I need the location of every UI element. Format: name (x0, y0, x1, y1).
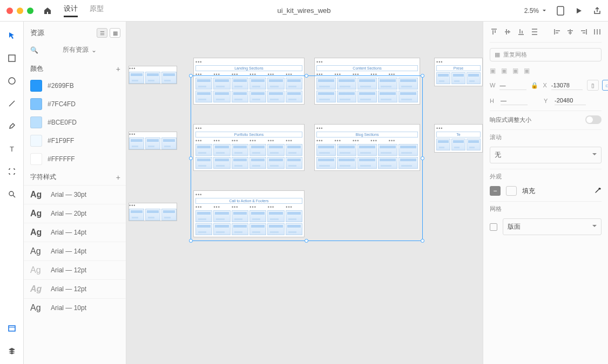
share-icon[interactable] (593, 6, 602, 15)
bool-exclude-icon[interactable]: ▣ (524, 67, 530, 74)
svg-rect-26 (569, 32, 572, 33)
design-canvas[interactable]: ••• ••• ••• ••• Landing Sections ••• •••… (126, 22, 483, 364)
resize-handle[interactable] (189, 239, 193, 243)
svg-rect-31 (597, 29, 598, 35)
landscape-icon[interactable]: ▭ (602, 80, 608, 91)
width-input[interactable] (499, 81, 526, 90)
svg-rect-19 (532, 31, 537, 32)
char-style-row[interactable]: AgArial — 14pt (24, 242, 126, 260)
close-window-button[interactable] (6, 8, 13, 14)
artboard-tool[interactable] (6, 166, 17, 177)
height-input[interactable] (501, 96, 528, 105)
resize-handle[interactable] (305, 239, 308, 243)
char-style-row[interactable]: AgArial — 12pt (24, 260, 126, 279)
tab-design[interactable]: 设计 (64, 4, 78, 17)
maximize-window-button[interactable] (27, 8, 33, 14)
svg-rect-14 (508, 30, 509, 33)
titlebar: 设计 原型 ui_kit_wires_web 2.5% (0, 0, 608, 22)
resize-handle[interactable] (189, 156, 193, 160)
align-vcenter-icon[interactable] (503, 27, 512, 37)
selection-bounds[interactable] (191, 75, 423, 241)
assets-panel-toggle[interactable] (6, 323, 17, 334)
fill-enabled-indicator[interactable]: − (490, 186, 501, 196)
colors-section-header[interactable]: 颜色 + (24, 60, 126, 77)
char-style-row[interactable]: AgArial — 30pt (24, 185, 126, 204)
mode-tabs: 设计 原型 (64, 4, 104, 17)
char-style-row[interactable]: AgArial — 14pt (24, 223, 126, 242)
scroll-dropdown[interactable]: 无 (490, 147, 602, 163)
fill-label: 填充 (522, 187, 535, 196)
responsive-toggle[interactable] (585, 115, 602, 124)
repeat-grid-button[interactable]: ▦ 重复网格 (490, 48, 602, 61)
tab-prototype[interactable]: 原型 (90, 4, 104, 17)
home-icon[interactable] (43, 6, 52, 15)
font-glyph: Ag (30, 228, 45, 237)
color-swatch-row[interactable]: #BCE0FD (24, 113, 126, 132)
y-input[interactable] (555, 96, 586, 105)
resize-handle[interactable] (421, 74, 424, 78)
distribute-h-icon[interactable] (592, 27, 602, 37)
bool-subtract-icon[interactable]: ▣ (501, 67, 507, 74)
svg-point-5 (9, 191, 13, 196)
device-preview-icon[interactable] (556, 6, 565, 15)
layers-panel-toggle[interactable] (6, 346, 17, 356)
grid-checkbox[interactable] (490, 223, 497, 231)
svg-rect-22 (556, 30, 560, 31)
resize-handle[interactable] (421, 156, 424, 160)
bool-union-icon[interactable]: ▣ (490, 67, 496, 74)
grid-view-icon[interactable]: ▦ (110, 28, 120, 38)
font-glyph: Ag (30, 190, 45, 200)
align-hcenter-icon[interactable] (566, 27, 575, 37)
text-tool[interactable]: T (6, 143, 17, 154)
scroll-section-label: 滚动 (490, 129, 602, 141)
swatch-icon (30, 135, 42, 147)
color-swatch-row[interactable]: #FFFFFF (24, 150, 126, 168)
svg-rect-23 (556, 32, 558, 33)
list-view-icon[interactable]: ☰ (97, 28, 107, 38)
x-input[interactable] (551, 81, 583, 90)
ellipse-tool[interactable] (6, 75, 17, 86)
select-tool[interactable] (6, 30, 17, 41)
add-color-button[interactable]: + (116, 65, 120, 73)
distribute-v-icon[interactable] (530, 27, 539, 37)
zoom-control[interactable]: 2.5% (524, 7, 546, 15)
minimize-window-button[interactable] (17, 8, 23, 14)
zoom-tool[interactable] (6, 189, 17, 200)
pen-tool[interactable] (6, 121, 17, 132)
add-style-button[interactable]: + (116, 173, 120, 182)
line-tool[interactable] (6, 98, 17, 109)
bool-intersect-icon[interactable]: ▣ (512, 67, 518, 74)
color-swatch-row[interactable]: #2699FB (24, 77, 126, 95)
resize-handle[interactable] (421, 239, 424, 243)
fill-swatch[interactable] (506, 186, 517, 196)
svg-point-2 (9, 78, 15, 84)
char-styles-section-header[interactable]: 字符样式 + (24, 168, 126, 185)
grid-type-dropdown[interactable]: 版面 (503, 218, 602, 235)
char-style-row[interactable]: AgArial — 12pt (24, 279, 126, 298)
portrait-icon[interactable]: ▯ (587, 80, 599, 91)
resize-handle[interactable] (189, 74, 193, 78)
svg-rect-21 (554, 29, 555, 35)
eyedropper-icon[interactable] (594, 187, 602, 195)
char-style-row[interactable]: AgArial — 10pt (24, 298, 126, 317)
rectangle-tool[interactable] (6, 53, 17, 64)
assets-panel: 资源 ☰ ▦ 🔍 所有资源 ⌄ 颜色 + #2699FB #7FC4FD #BC… (24, 22, 126, 364)
color-swatch-row[interactable]: #F1F9FF (24, 132, 126, 150)
align-right-icon[interactable] (579, 27, 589, 37)
svg-rect-18 (532, 29, 537, 30)
resize-handle[interactable] (305, 74, 308, 78)
font-glyph: Ag (30, 265, 45, 275)
char-style-row[interactable]: AgArial — 20pt (24, 204, 126, 223)
align-left-icon[interactable] (552, 27, 562, 37)
play-icon[interactable] (575, 6, 583, 15)
align-top-icon[interactable] (490, 27, 499, 37)
svg-line-3 (9, 101, 15, 106)
font-glyph: Ag (30, 246, 45, 256)
swatch-icon (30, 116, 42, 128)
color-swatch-row[interactable]: #7FC4FD (24, 95, 126, 113)
svg-rect-28 (581, 30, 585, 31)
lock-aspect-icon[interactable]: 🔒 (531, 82, 538, 89)
tool-strip: T (0, 22, 24, 364)
assets-search[interactable]: 🔍 所有资源 ⌄ (24, 42, 126, 60)
align-bottom-icon[interactable] (516, 27, 525, 37)
